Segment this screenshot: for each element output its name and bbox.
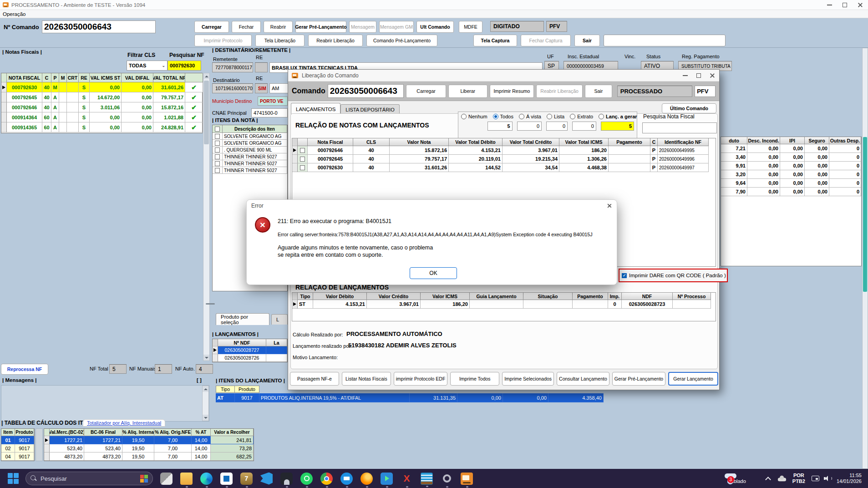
mdfe-button[interactable]: MDFE bbox=[459, 21, 482, 33]
count-lanc-a-gerar[interactable]: 5 bbox=[601, 122, 634, 131]
language-indicator[interactable]: PORPTB2 bbox=[792, 473, 805, 484]
count-a-vista[interactable]: 0 bbox=[517, 122, 542, 131]
tab-fragment[interactable]: L bbox=[271, 314, 288, 325]
col-header[interactable]: CRT bbox=[67, 73, 79, 82]
table-row[interactable]: ST 4.153,21 3.967,01 186,20 0 0263050028… bbox=[292, 300, 716, 309]
col-header[interactable]: Pagamento bbox=[609, 138, 650, 146]
count-lista[interactable]: 0 bbox=[546, 122, 568, 131]
tela-liberacao-button[interactable]: Tela Liberação bbox=[255, 35, 305, 46]
table-row[interactable]: 523,40 523,40 19,50 7,00 14,00 73,28 bbox=[44, 444, 254, 452]
table-row[interactable]: 9,64 0,00 0,00 0,00 0 bbox=[721, 179, 861, 188]
docker-icon[interactable] bbox=[340, 473, 353, 485]
imprimir-protocolo-edf-button[interactable]: imprimir Protocolo EDF bbox=[394, 372, 448, 386]
col-header[interactable]: Desc. Incond. bbox=[747, 137, 780, 144]
tray-chevron-icon[interactable] bbox=[761, 472, 775, 485]
table-row[interactable]: 7,90 0,00 0,00 0,00 0 bbox=[721, 188, 861, 196]
error-close-icon[interactable] bbox=[607, 203, 612, 208]
col-header[interactable]: Produto bbox=[15, 429, 34, 436]
dialog-minimize-icon[interactable] bbox=[678, 70, 692, 81]
col-header[interactable]: VAL TOTAL NF bbox=[153, 73, 185, 82]
radio-todos[interactable]: Todos bbox=[493, 114, 513, 119]
table-row[interactable]: 0263050028726 bbox=[213, 354, 287, 362]
onedrive-icon[interactable] bbox=[775, 472, 789, 485]
col-header[interactable]: IPI bbox=[780, 137, 805, 144]
table-row[interactable]: 000914365 60 A S 0,00 0,00 24.828,91 bbox=[1, 122, 202, 132]
select-all-checkbox[interactable] bbox=[215, 127, 220, 132]
col-header[interactable]: % Aliq. Interna bbox=[122, 429, 154, 436]
consultar-lancamento-button[interactable]: Consultar Lançamento bbox=[557, 372, 609, 386]
dlg-comando-input[interactable]: 20263050006643 bbox=[328, 84, 404, 98]
item-checkbox[interactable] bbox=[215, 168, 220, 173]
item-checkbox[interactable] bbox=[215, 154, 220, 159]
passagem-nfe-button[interactable]: Passagem NF-e bbox=[290, 372, 339, 386]
col-header[interactable]: duto bbox=[721, 137, 747, 144]
dlg-imprimir-resumo-button[interactable]: Imprimir Resumo bbox=[490, 85, 534, 98]
col-header[interactable]: La bbox=[266, 339, 287, 346]
col-header[interactable]: Valor Nota bbox=[390, 138, 449, 146]
pesquisa-nota-fiscal-input[interactable] bbox=[642, 122, 717, 133]
col-header[interactable]: Situação bbox=[523, 293, 573, 300]
table-row[interactable]: 000792630 40 M S 0,00 0,00 31.601,26 bbox=[1, 82, 202, 92]
col-header[interactable]: Tipo bbox=[298, 293, 313, 300]
col-header[interactable]: P bbox=[51, 73, 59, 82]
col-header[interactable]: NOTA FISCAL bbox=[7, 73, 42, 82]
fechar-button[interactable]: Fechar bbox=[232, 21, 261, 33]
table-row[interactable]: 3,20 0,00 0,00 0,00 0 bbox=[721, 170, 861, 179]
window-scrollbar[interactable] bbox=[862, 48, 868, 469]
chrome-icon[interactable] bbox=[320, 473, 333, 485]
col-header[interactable]: Valor Total Crédito bbox=[503, 138, 559, 146]
clock-widget[interactable]: 11:5514/01/2026 bbox=[837, 473, 862, 484]
radio-lanc-a-gerar[interactable]: Lanç. a gerar bbox=[599, 114, 637, 119]
table-row[interactable]: 04 9017 bbox=[1, 452, 34, 461]
imprime-todos-button[interactable]: Imprime Todos bbox=[450, 372, 499, 386]
tela-captura-button[interactable]: Tela Captura bbox=[473, 35, 517, 46]
media-player-icon[interactable] bbox=[381, 473, 393, 485]
col-header[interactable]: Nº Processo bbox=[673, 293, 711, 300]
itens-lanc-row[interactable]: AT 9017 PRODUTOS ALIQ.INTERNA 19,5% - AT… bbox=[216, 393, 604, 402]
item-checkbox[interactable] bbox=[215, 141, 220, 146]
col-header[interactable]: % AT bbox=[192, 429, 211, 436]
list-item[interactable]: SOLVENTE ORGANICO AG bbox=[213, 133, 287, 140]
table-row[interactable]: 000792646 40 15.872,16 4.153,21 3.967,01… bbox=[292, 146, 716, 155]
col-header[interactable]: Valor ICMS bbox=[421, 293, 470, 300]
menu-operacao[interactable]: Operação bbox=[3, 11, 26, 17]
item-checkbox[interactable] bbox=[215, 134, 220, 139]
tray-system-icons[interactable] bbox=[812, 475, 831, 482]
maximize-icon[interactable] bbox=[837, 0, 853, 10]
col-header[interactable]: C bbox=[42, 73, 51, 82]
col-header[interactable]: Tipo bbox=[216, 386, 235, 393]
task-view-icon[interactable] bbox=[160, 473, 173, 485]
table-row[interactable]: 000792645 40 79.757,17 20.119,01 19.215,… bbox=[292, 155, 716, 163]
item-checkbox[interactable] bbox=[215, 147, 220, 152]
vscode-icon[interactable] bbox=[260, 473, 273, 485]
weather-widget[interactable]: 3 2°CNublado bbox=[724, 473, 746, 484]
x-app-icon[interactable]: X bbox=[401, 473, 413, 485]
col-header[interactable]: Valor Total Débito bbox=[449, 138, 503, 146]
row-checkbox[interactable] bbox=[300, 165, 305, 170]
fechar-captura-button[interactable]: Fechar Captura bbox=[521, 35, 571, 46]
notes-app-icon[interactable] bbox=[421, 473, 433, 485]
col-header[interactable]: RE bbox=[79, 73, 90, 82]
admin-tool-icon[interactable] bbox=[280, 473, 293, 485]
col-header[interactable]: Produto bbox=[235, 386, 259, 393]
gerar-pre-lancamento-dlg-button[interactable]: Gerar Pré-Lançamento bbox=[612, 372, 665, 386]
table-row[interactable]: 7,21 0,00 0,00 0,00 0 bbox=[721, 144, 861, 153]
close-icon[interactable] bbox=[853, 0, 868, 10]
col-header[interactable]: Valor a Recolher bbox=[211, 429, 254, 436]
col-header[interactable]: Valor Crédito bbox=[367, 293, 421, 300]
dlg-reabrir-liberacao-button[interactable]: Reabrir Liberação bbox=[536, 85, 583, 98]
table-row[interactable]: 9,91 0,00 0,00 0,00 0 bbox=[721, 162, 861, 170]
reabrir-button[interactable]: Reabrir bbox=[264, 21, 293, 33]
ultimo-comando-button[interactable]: Último Comando bbox=[662, 103, 716, 113]
radio-extrato[interactable]: Extrato bbox=[570, 114, 593, 119]
sair-button[interactable]: Sair bbox=[574, 35, 600, 46]
dialog-maximize-icon[interactable] bbox=[692, 70, 706, 81]
col-header[interactable]: Valor Total ICMS bbox=[559, 138, 609, 146]
count-todos[interactable]: 5 bbox=[487, 122, 513, 131]
pesquisar-nf-input[interactable]: 000792630 bbox=[168, 61, 201, 71]
tab-produto-por-selecao[interactable]: Produto por seleção bbox=[216, 313, 269, 325]
dare-checkbox-icon[interactable] bbox=[622, 273, 627, 278]
totalizador-link[interactable]: Totalizador por Alíq. Interestadual bbox=[83, 419, 165, 427]
col-header[interactable]: BC-06 Final bbox=[84, 429, 122, 436]
table-row[interactable]: 4873,20 4873,20 19,50 7,00 14,00 682,25 bbox=[44, 452, 254, 461]
